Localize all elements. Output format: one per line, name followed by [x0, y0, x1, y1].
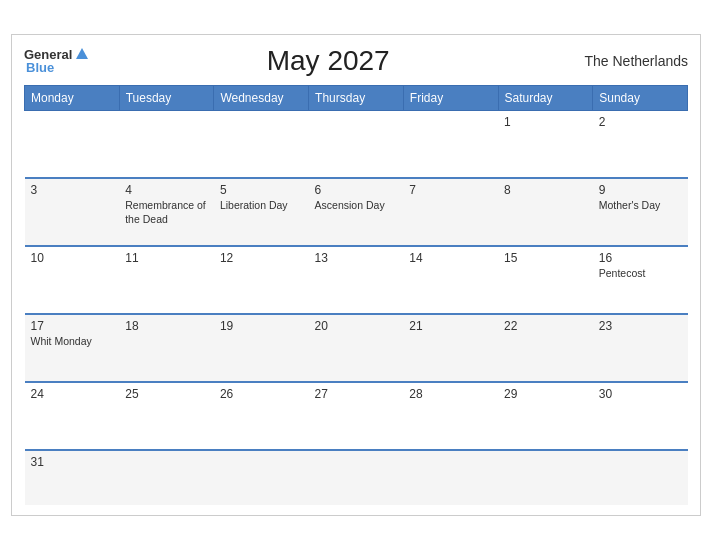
day-number: 5 — [220, 183, 303, 197]
week-row-1: 12 — [25, 110, 688, 178]
day-number: 8 — [504, 183, 587, 197]
calendar-cell-w4-d7: 23 — [593, 314, 688, 382]
day-number: 4 — [125, 183, 208, 197]
calendar-cell-w4-d6: 22 — [498, 314, 593, 382]
week-row-5: 24252627282930 — [25, 382, 688, 450]
weekday-header-thursday: Thursday — [309, 85, 404, 110]
day-number: 18 — [125, 319, 208, 333]
week-row-3: 10111213141516Pentecost — [25, 246, 688, 314]
day-event: Liberation Day — [220, 199, 303, 213]
calendar-cell-w5-d1: 24 — [25, 382, 120, 450]
weekday-header-wednesday: Wednesday — [214, 85, 309, 110]
calendar-cell-w3-d2: 11 — [119, 246, 214, 314]
day-number: 3 — [31, 183, 114, 197]
weekday-header-row: MondayTuesdayWednesdayThursdayFridaySatu… — [25, 85, 688, 110]
day-number: 12 — [220, 251, 303, 265]
calendar-container: General Blue May 2027 The Netherlands Mo… — [11, 34, 701, 517]
calendar-cell-w2-d4: 6Ascension Day — [309, 178, 404, 246]
day-number: 19 — [220, 319, 303, 333]
calendar-cell-w6-d3 — [214, 450, 309, 505]
logo-general: General — [24, 48, 88, 61]
calendar-cell-w4-d4: 20 — [309, 314, 404, 382]
day-number: 9 — [599, 183, 682, 197]
calendar-cell-w6-d2 — [119, 450, 214, 505]
day-number: 21 — [409, 319, 492, 333]
calendar-cell-w2-d6: 8 — [498, 178, 593, 246]
calendar-cell-w5-d5: 28 — [403, 382, 498, 450]
day-number: 14 — [409, 251, 492, 265]
calendar-cell-w3-d7: 16Pentecost — [593, 246, 688, 314]
calendar-cell-w5-d4: 27 — [309, 382, 404, 450]
calendar-cell-w1-d2 — [119, 110, 214, 178]
calendar-cell-w5-d3: 26 — [214, 382, 309, 450]
calendar-cell-w4-d5: 21 — [403, 314, 498, 382]
day-number: 7 — [409, 183, 492, 197]
day-number: 25 — [125, 387, 208, 401]
calendar-header: General Blue May 2027 The Netherlands — [24, 45, 688, 77]
day-event: Whit Monday — [31, 335, 114, 349]
day-number: 13 — [315, 251, 398, 265]
calendar-cell-w6-d6 — [498, 450, 593, 505]
calendar-title: May 2027 — [88, 45, 568, 77]
day-number: 24 — [31, 387, 114, 401]
calendar-country: The Netherlands — [568, 53, 688, 69]
calendar-cell-w2-d5: 7 — [403, 178, 498, 246]
calendar-cell-w1-d4 — [309, 110, 404, 178]
calendar-cell-w5-d6: 29 — [498, 382, 593, 450]
logo-general-text: General — [24, 48, 72, 61]
day-number: 22 — [504, 319, 587, 333]
calendar-grid: MondayTuesdayWednesdayThursdayFridaySatu… — [24, 85, 688, 506]
calendar-cell-w6-d7 — [593, 450, 688, 505]
day-number: 10 — [31, 251, 114, 265]
logo-triangle-icon — [76, 48, 88, 59]
calendar-cell-w3-d6: 15 — [498, 246, 593, 314]
calendar-cell-w5-d2: 25 — [119, 382, 214, 450]
calendar-cell-w4-d2: 18 — [119, 314, 214, 382]
day-event: Mother's Day — [599, 199, 682, 213]
weekday-header-saturday: Saturday — [498, 85, 593, 110]
logo-blue-text: Blue — [26, 61, 88, 74]
calendar-cell-w2-d1: 3 — [25, 178, 120, 246]
day-number: 26 — [220, 387, 303, 401]
calendar-cell-w6-d1: 31 — [25, 450, 120, 505]
day-number: 11 — [125, 251, 208, 265]
day-number: 31 — [31, 455, 114, 469]
calendar-cell-w1-d5 — [403, 110, 498, 178]
calendar-cell-w2-d2: 4Remembrance of the Dead — [119, 178, 214, 246]
day-number: 17 — [31, 319, 114, 333]
day-number: 27 — [315, 387, 398, 401]
day-number: 20 — [315, 319, 398, 333]
day-number: 1 — [504, 115, 587, 129]
calendar-cell-w1-d6: 1 — [498, 110, 593, 178]
day-event: Ascension Day — [315, 199, 398, 213]
day-event: Remembrance of the Dead — [125, 199, 208, 226]
logo: General Blue — [24, 48, 88, 74]
day-event: Pentecost — [599, 267, 682, 281]
weekday-header-tuesday: Tuesday — [119, 85, 214, 110]
calendar-cell-w6-d5 — [403, 450, 498, 505]
week-row-2: 34Remembrance of the Dead5Liberation Day… — [25, 178, 688, 246]
calendar-cell-w3-d1: 10 — [25, 246, 120, 314]
calendar-cell-w4-d1: 17Whit Monday — [25, 314, 120, 382]
weekday-header-monday: Monday — [25, 85, 120, 110]
day-number: 30 — [599, 387, 682, 401]
calendar-cell-w2-d3: 5Liberation Day — [214, 178, 309, 246]
day-number: 16 — [599, 251, 682, 265]
calendar-cell-w2-d7: 9Mother's Day — [593, 178, 688, 246]
day-number: 29 — [504, 387, 587, 401]
calendar-cell-w4-d3: 19 — [214, 314, 309, 382]
calendar-cell-w1-d7: 2 — [593, 110, 688, 178]
day-number: 15 — [504, 251, 587, 265]
calendar-cell-w3-d5: 14 — [403, 246, 498, 314]
weekday-header-friday: Friday — [403, 85, 498, 110]
calendar-cell-w1-d3 — [214, 110, 309, 178]
weekday-header-sunday: Sunday — [593, 85, 688, 110]
day-number: 6 — [315, 183, 398, 197]
calendar-cell-w3-d3: 12 — [214, 246, 309, 314]
calendar-cell-w1-d1 — [25, 110, 120, 178]
day-number: 28 — [409, 387, 492, 401]
day-number: 2 — [599, 115, 682, 129]
calendar-cell-w5-d7: 30 — [593, 382, 688, 450]
week-row-4: 17Whit Monday181920212223 — [25, 314, 688, 382]
week-row-6: 31 — [25, 450, 688, 505]
